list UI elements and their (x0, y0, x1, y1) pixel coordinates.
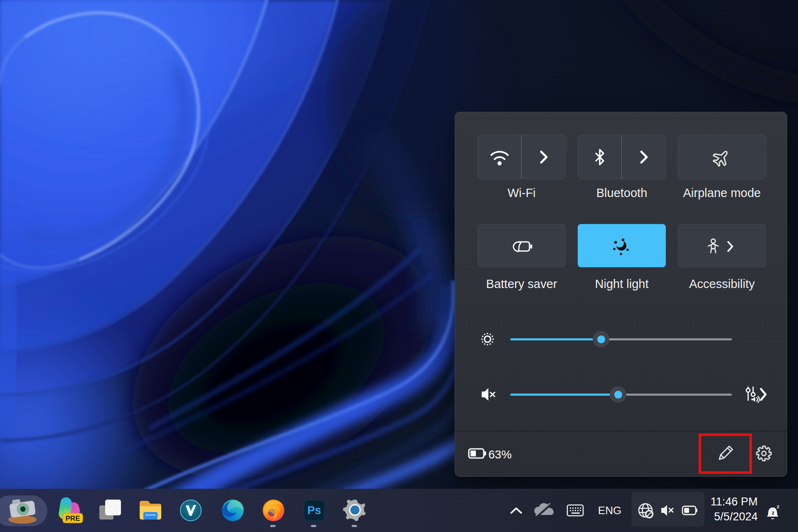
svg-text:z: z (772, 510, 775, 516)
svg-text:5/5/2024: 5/5/2024 (714, 510, 758, 523)
svg-text:Ps: Ps (307, 504, 321, 517)
svg-text:ENG: ENG (598, 504, 621, 517)
svg-text:z: z (777, 503, 780, 510)
svg-text:11:46 PM: 11:46 PM (710, 495, 758, 508)
svg-text:PRE: PRE (66, 515, 80, 522)
